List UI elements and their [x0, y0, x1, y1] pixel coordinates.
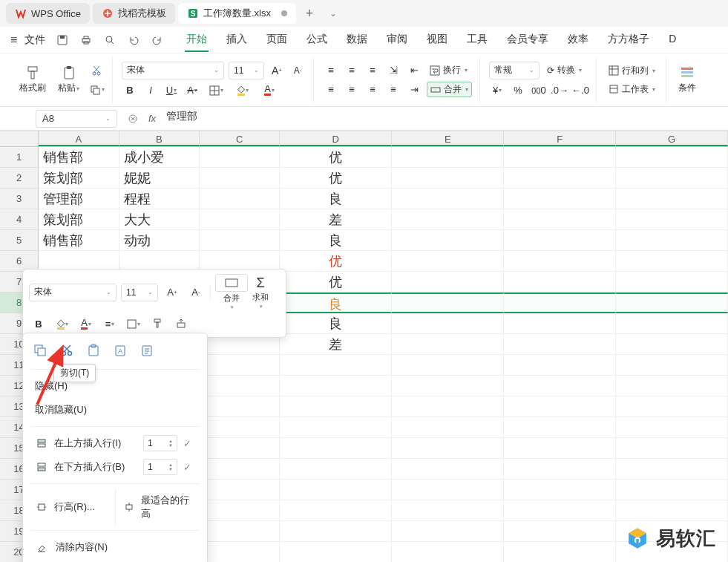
cell[interactable]	[504, 417, 616, 438]
cell[interactable]	[392, 542, 504, 562]
cell[interactable]	[200, 230, 280, 251]
cell[interactable]	[616, 209, 728, 230]
cell[interactable]	[504, 438, 616, 459]
redo-icon[interactable]	[149, 32, 165, 48]
cell[interactable]	[280, 396, 392, 417]
cell[interactable]	[616, 376, 728, 396]
print-preview-icon[interactable]	[102, 32, 118, 48]
cell[interactable]	[392, 438, 504, 459]
cell[interactable]	[392, 396, 504, 417]
cell[interactable]	[504, 168, 616, 189]
comma-icon[interactable]: 000	[531, 82, 547, 99]
row-header[interactable]: 3	[0, 189, 39, 209]
tab-review[interactable]: 审阅	[385, 28, 409, 52]
hamburger-icon[interactable]: ≡	[10, 33, 17, 47]
col-header-f[interactable]: F	[504, 131, 616, 146]
cell[interactable]	[200, 500, 280, 521]
cell[interactable]	[616, 500, 728, 521]
cell[interactable]	[200, 521, 280, 542]
cell[interactable]	[200, 438, 280, 459]
col-header-a[interactable]: A	[39, 131, 119, 146]
cell[interactable]	[504, 251, 616, 272]
insert-below-count[interactable]: 1▲▼	[143, 459, 177, 475]
align-center-icon[interactable]: ≡	[344, 82, 360, 98]
cell[interactable]	[392, 293, 504, 313]
cell[interactable]	[392, 480, 504, 500]
tab-ffgz[interactable]: 方方格子	[606, 28, 651, 52]
convert-button[interactable]: ⟳转换▾	[544, 62, 585, 78]
cell[interactable]	[200, 396, 280, 417]
cell[interactable]	[504, 376, 616, 396]
cell[interactable]	[616, 189, 728, 209]
cell[interactable]: 良	[280, 230, 392, 251]
mini-align-icon[interactable]: ≡▾	[100, 315, 119, 333]
copy-icon[interactable]: ▾	[88, 82, 105, 98]
font-family-select[interactable]: 宋体⌄	[122, 62, 224, 79]
cell[interactable]	[200, 189, 280, 209]
tab-insert[interactable]: 插入	[225, 28, 249, 52]
cell[interactable]	[200, 376, 280, 396]
ctx-cut-icon[interactable]	[59, 342, 75, 359]
cell[interactable]	[616, 417, 728, 438]
cell[interactable]: 策划部	[39, 209, 119, 230]
merge-cells-button[interactable]: 合并▾	[427, 82, 472, 97]
tab-formula[interactable]: 公式	[305, 28, 329, 52]
check-icon[interactable]: ✓	[183, 438, 195, 449]
italic-icon[interactable]: I	[142, 82, 159, 99]
cell[interactable]	[616, 396, 728, 417]
cell[interactable]	[392, 313, 504, 334]
cell[interactable]	[616, 355, 728, 376]
cell[interactable]	[200, 480, 280, 500]
align-top-icon[interactable]: ≡	[323, 62, 339, 79]
cell[interactable]	[392, 147, 504, 168]
mini-sum-button[interactable]: Σ 求和▾	[252, 275, 269, 310]
cell[interactable]	[200, 542, 280, 562]
cell[interactable]	[616, 147, 728, 168]
underline-icon[interactable]: U▾	[163, 82, 180, 99]
cell[interactable]	[504, 521, 616, 542]
mini-font-select[interactable]: 宋体⌄	[29, 284, 117, 301]
font-color-icon[interactable]: A▾	[258, 85, 281, 96]
cell[interactable]	[392, 334, 504, 355]
cancel-formula-icon[interactable]	[125, 111, 141, 127]
row-header[interactable]: 1	[0, 147, 39, 168]
cell[interactable]: 良	[280, 189, 392, 209]
ctx-unhide[interactable]: 取消隐藏(U)	[27, 398, 203, 422]
cell[interactable]	[504, 500, 616, 521]
cell[interactable]: 大大	[119, 209, 200, 230]
cell[interactable]	[280, 376, 392, 396]
tab-efficiency[interactable]: 效率	[566, 28, 590, 52]
cell[interactable]	[392, 500, 504, 521]
align-left-icon[interactable]: ≡	[323, 82, 339, 98]
cell[interactable]	[392, 230, 504, 251]
cell[interactable]: 良	[280, 293, 392, 313]
cell[interactable]: 成小爱	[119, 147, 200, 168]
decrease-decimal-icon[interactable]: ←.0	[572, 82, 588, 99]
template-tab[interactable]: 找稻壳模板	[93, 3, 175, 24]
cell[interactable]	[392, 272, 504, 293]
print-icon[interactable]	[78, 32, 94, 48]
cell[interactable]: 良	[280, 313, 392, 334]
cell[interactable]	[392, 376, 504, 396]
row-col-button[interactable]: 行和列▾	[606, 63, 658, 79]
tab-member[interactable]: 会员专享	[505, 28, 550, 52]
row-header[interactable]: 2	[0, 168, 39, 189]
col-header-b[interactable]: B	[119, 131, 200, 146]
cell[interactable]	[392, 209, 504, 230]
border-icon[interactable]: ▾	[205, 85, 227, 96]
fx-icon[interactable]: fx	[148, 113, 156, 124]
cell[interactable]	[504, 272, 616, 293]
cell[interactable]	[392, 417, 504, 438]
mini-font-color-icon[interactable]: A▾	[76, 315, 96, 333]
cell[interactable]	[616, 334, 728, 355]
cell[interactable]: 动动	[119, 230, 200, 251]
cell[interactable]	[504, 293, 616, 313]
mini-border-icon[interactable]: ▾	[124, 315, 143, 333]
ctx-paste-special-icon[interactable]	[139, 342, 155, 359]
cell[interactable]: 销售部	[39, 147, 119, 168]
bold-icon[interactable]: B	[122, 82, 138, 99]
cell[interactable]	[392, 521, 504, 542]
cell[interactable]	[280, 542, 392, 562]
cell[interactable]	[392, 459, 504, 480]
cell[interactable]	[504, 147, 616, 168]
